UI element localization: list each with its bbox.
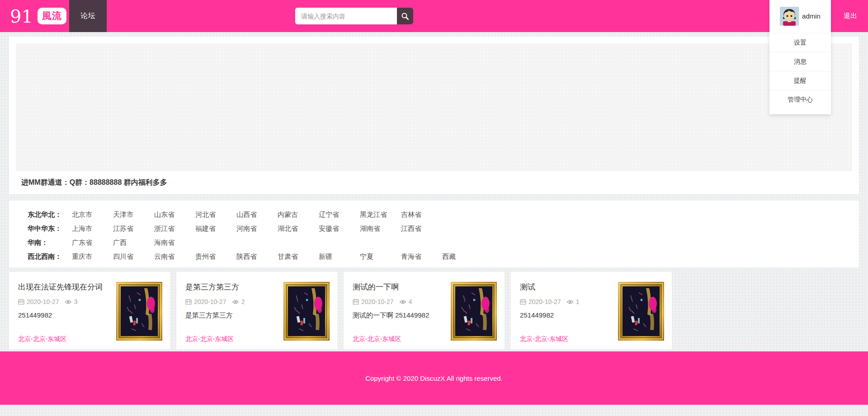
region-link[interactable]: 福建省 [195,224,236,233]
logo-badge: 風流 [38,8,66,24]
listing-thumbnail[interactable] [618,282,664,341]
listing-title[interactable]: 测试 [520,282,615,292]
region-link[interactable]: 海南省 [154,238,195,247]
logo-number: 91 [10,7,33,25]
listing-location-link[interactable]: 北京-北京-东城区 [18,335,66,343]
listing-location-link[interactable]: 北京-北京-东城区 [185,335,234,343]
region-link[interactable]: 西藏 [442,252,483,261]
listing-title[interactable]: 出现在法证先锋现在分词 [18,282,113,292]
banner-section: 进MM群通道：Q群：88888888 群内福利多多 [9,37,859,194]
region-link[interactable]: 云南省 [154,252,195,261]
region-link[interactable]: 吉林省 [401,210,442,219]
eye-icon [65,299,72,305]
search-bar [295,8,413,24]
listing-thumbnail[interactable] [283,282,330,341]
region-link[interactable]: 新疆 [319,252,360,261]
region-link[interactable]: 江苏省 [113,224,154,233]
region-filter: 东北华北： 北京市 天津市 山东省 河北省 山西省 内蒙古 辽宁省 黑龙江省 吉… [9,201,859,267]
user-menu-trigger[interactable]: admin [769,0,831,32]
region-link[interactable]: 河南省 [236,224,278,233]
listing-card[interactable]: 测试的一下啊 2020-10-27 4 测试的一下啊 251449982 北京-… [344,272,505,349]
listing-body: 251449982 [18,311,115,319]
eye-icon [399,299,406,305]
region-link[interactable]: 湖北省 [278,224,319,233]
region-link[interactable]: 内蒙古 [278,210,319,219]
listing-date: 2020-10-27 [194,298,226,305]
region-link[interactable]: 山东省 [154,210,195,219]
region-link[interactable]: 安徽省 [319,224,360,233]
region-link[interactable]: 陕西省 [236,252,278,261]
eye-icon [566,299,574,305]
menu-item-messages[interactable]: 消息 [769,52,831,71]
menu-item-label: 消息 [794,58,807,66]
region-link[interactable]: 辽宁省 [319,210,360,219]
region-link[interactable]: 重庆市 [72,252,113,261]
user-panel: admin 设置 消息 提醒 管理中心 [769,0,831,114]
site-logo[interactable]: 91 風流 [10,0,66,32]
listing-card[interactable]: 是第三方第三方 2020-10-27 2 是第三方第三方 北京-北京-东城区 [176,272,337,349]
listing-location-link[interactable]: 北京-北京-东城区 [520,335,568,343]
menu-item-label: 设置 [794,39,807,47]
listing-title[interactable]: 测试的一下啊 [353,282,448,292]
menu-item-admin-center[interactable]: 管理中心 [769,90,831,109]
region-link[interactable]: 山西省 [236,210,278,219]
search-button[interactable] [397,8,413,24]
logout-button[interactable]: 退出 [844,0,857,32]
region-row-south: 华南： 广东省 广西 海南省 [28,236,852,250]
menu-item-label: 管理中心 [788,96,813,104]
page-footer: Copyright © 2020 DiscuzX All rights rese… [0,351,868,405]
calendar-icon [353,299,359,305]
region-row-label: 东北华北： [28,210,72,219]
region-link[interactable]: 河北省 [195,210,236,219]
listing-body: 测试的一下啊 251449982 [353,311,450,320]
logout-label: 退出 [844,12,857,20]
eye-icon [232,299,239,305]
region-row-central-east: 华中华东： 上海市 江苏省 浙江省 福建省 河南省 湖北省 安徽省 湖南省 江西… [28,222,852,236]
qq-group-notice: 进MM群通道：Q群：88888888 群内福利多多 [16,171,852,196]
region-link[interactable]: 黑龙江省 [360,210,401,219]
menu-item-settings[interactable]: 设置 [769,33,831,52]
listing-views: 2 [241,298,245,305]
user-dropdown-menu: 设置 消息 提醒 管理中心 [769,32,831,114]
copyright-text: Copyright © 2020 DiscuzX All rights rese… [365,374,503,382]
menu-item-label: 提醒 [794,77,807,85]
region-row-label: 华南： [28,238,72,247]
region-link[interactable]: 湖南省 [360,224,401,233]
listing-body: 251449982 [520,311,617,319]
banner-carousel[interactable] [16,43,852,171]
listing-thumbnail[interactable] [116,282,162,341]
listing-body: 是第三方第三方 [185,311,283,320]
listing-location-link[interactable]: 北京-北京-东城区 [353,335,401,343]
listing-card[interactable]: 测试 2020-10-27 1 251449982 北京-北京-东城区 [511,272,672,349]
region-link[interactable]: 北京市 [72,210,113,219]
listing-views: 3 [74,298,78,305]
username: admin [802,12,821,20]
top-navbar: 91 風流 论坛 退出 [0,0,868,32]
region-link[interactable]: 浙江省 [154,224,195,233]
nav-item-forum[interactable]: 论坛 [69,0,107,32]
calendar-icon [18,299,24,305]
search-input[interactable] [295,8,397,24]
user-avatar [780,7,799,26]
region-row-northwest-southwest: 西北西南： 重庆市 四川省 云南省 贵州省 陕西省 甘肃省 新疆 宁夏 青海省 … [28,250,852,264]
listing-cards: 出现在法证先锋现在分词 2020-10-27 3 251449982 北京-北京… [9,272,859,349]
region-row-label: 华中华东： [28,224,72,233]
region-link[interactable]: 上海市 [72,224,113,233]
region-link[interactable]: 青海省 [401,252,442,261]
region-link[interactable]: 贵州省 [195,252,236,261]
region-row-northeast-north: 东北华北： 北京市 天津市 山东省 河北省 山西省 内蒙古 辽宁省 黑龙江省 吉… [28,208,852,222]
listing-thumbnail[interactable] [451,282,497,341]
listing-card[interactable]: 出现在法证先锋现在分词 2020-10-27 3 251449982 北京-北京… [9,272,170,349]
menu-item-notifications[interactable]: 提醒 [769,71,831,90]
region-link[interactable]: 江西省 [401,224,442,233]
search-icon [401,12,409,20]
region-link[interactable]: 广东省 [72,238,113,247]
listing-date: 2020-10-27 [27,298,59,305]
region-link[interactable]: 宁夏 [360,252,401,261]
region-link[interactable]: 甘肃省 [278,252,319,261]
region-link[interactable]: 天津市 [113,210,154,219]
listing-title[interactable]: 是第三方第三方 [185,282,280,292]
region-link[interactable]: 广西 [113,238,154,247]
nav-forum-label: 论坛 [81,11,95,21]
region-link[interactable]: 四川省 [113,252,154,261]
